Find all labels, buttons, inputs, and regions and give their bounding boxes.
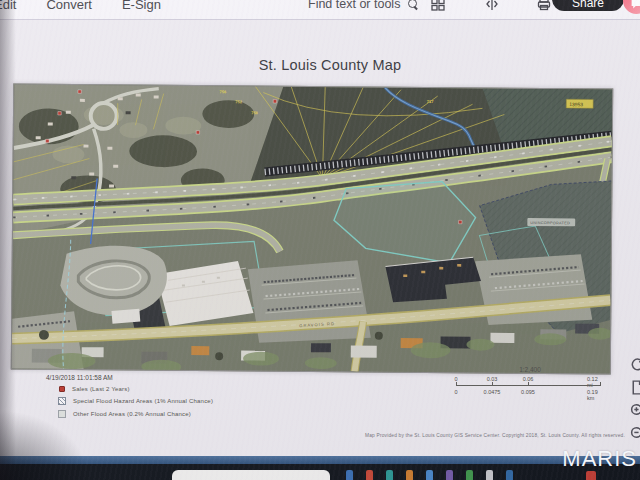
scale-block: 1:2,400 0 0.03 0.06 0.12 mi 0 0.0475 0.0… bbox=[452, 366, 608, 398]
find-text-input[interactable]: Find text or tools bbox=[308, 0, 419, 11]
menu-item-convert[interactable]: Convert bbox=[46, 0, 92, 12]
find-text-placeholder: Find text or tools bbox=[308, 0, 400, 11]
chat-icon bbox=[630, 0, 640, 10]
zoom-out-icon[interactable] bbox=[629, 425, 640, 442]
other-flood-swatch bbox=[58, 410, 66, 418]
refresh-icon[interactable] bbox=[629, 356, 640, 373]
taskbar bbox=[0, 456, 640, 480]
search-icon bbox=[408, 0, 419, 10]
taskbar-app-icons bbox=[346, 470, 513, 480]
scale-km-0: 0 bbox=[454, 389, 457, 395]
maris-watermark: MARIS bbox=[562, 446, 637, 472]
legend-label: Other Flood Areas (0.2% Annual Chance) bbox=[73, 411, 191, 417]
scale-km-2: 0.095 bbox=[521, 389, 535, 395]
taskbar-search-pill[interactable] bbox=[172, 470, 330, 480]
menu-item-edit[interactable]: Edit bbox=[0, 0, 16, 12]
zoom-in-icon[interactable] bbox=[629, 402, 640, 419]
page-tools bbox=[629, 356, 640, 442]
taskbar-app-icon[interactable] bbox=[486, 470, 493, 480]
taskbar-app-icon[interactable] bbox=[346, 470, 353, 480]
map-legend: Sales (Last 2 Years) Special Flood Hazar… bbox=[58, 386, 213, 423]
scale-ratio: 1:2,400 bbox=[452, 366, 608, 373]
scale-km-3: 0.19 km bbox=[587, 389, 601, 401]
taskbar-app-icon[interactable] bbox=[386, 470, 393, 480]
scale-mi-3: 0.12 mi bbox=[587, 376, 601, 388]
acrobat-window: Edit Convert E-Sign Find text or tools bbox=[0, 0, 640, 480]
menu-item-esign[interactable]: E-Sign bbox=[122, 0, 161, 12]
sales-marker-swatch bbox=[59, 386, 65, 392]
taskbar-adobe-icon[interactable] bbox=[586, 471, 596, 480]
legend-label: Special Flood Hazard Areas (1% Annual Ch… bbox=[73, 398, 213, 404]
map-credit: Map Provided by the St. Louis County GIS… bbox=[350, 433, 640, 438]
ai-assistant-badge[interactable] bbox=[623, 0, 640, 14]
menu-bar: Edit Convert E-Sign bbox=[0, 0, 161, 12]
legend-row-other-flood: Other Flood Areas (0.2% Annual Chance) bbox=[58, 410, 213, 418]
taskbar-app-icon[interactable] bbox=[366, 470, 373, 480]
taskbar-app-icon[interactable] bbox=[426, 470, 433, 480]
page-title: St. Louis County Map bbox=[0, 57, 640, 73]
scale-bar: 0 0.03 0.06 0.12 mi 0 0.0475 0.095 0.19 … bbox=[452, 376, 608, 398]
legend-label: Sales (Last 2 Years) bbox=[72, 386, 130, 392]
taskbar-app-icon[interactable] bbox=[506, 470, 513, 480]
print-icon[interactable] bbox=[536, 0, 552, 12]
legend-row-flood-hazard: Special Flood Hazard Areas (1% Annual Ch… bbox=[58, 397, 213, 405]
taskbar-app-icon[interactable] bbox=[466, 470, 473, 480]
page-thumbnails-icon[interactable] bbox=[430, 0, 446, 12]
taskbar-app-icon[interactable] bbox=[446, 470, 453, 480]
legend-row-sales: Sales (Last 2 Years) bbox=[58, 386, 213, 392]
page-icon[interactable] bbox=[629, 379, 640, 396]
share-button[interactable]: Share bbox=[552, 0, 624, 11]
map-timestamp: 4/19/2018 11:01:58 AM bbox=[46, 374, 113, 381]
scale-km-1: 0.0475 bbox=[484, 389, 501, 395]
flood-hazard-swatch bbox=[58, 397, 66, 405]
county-map-image: 756 752 758 717 13953 UNINCORPORATED GRA… bbox=[11, 83, 613, 374]
toolbar: Edit Convert E-Sign Find text or tools bbox=[0, 0, 640, 20]
taskbar-app-icon[interactable] bbox=[406, 470, 413, 480]
fit-width-icon[interactable] bbox=[484, 0, 500, 12]
